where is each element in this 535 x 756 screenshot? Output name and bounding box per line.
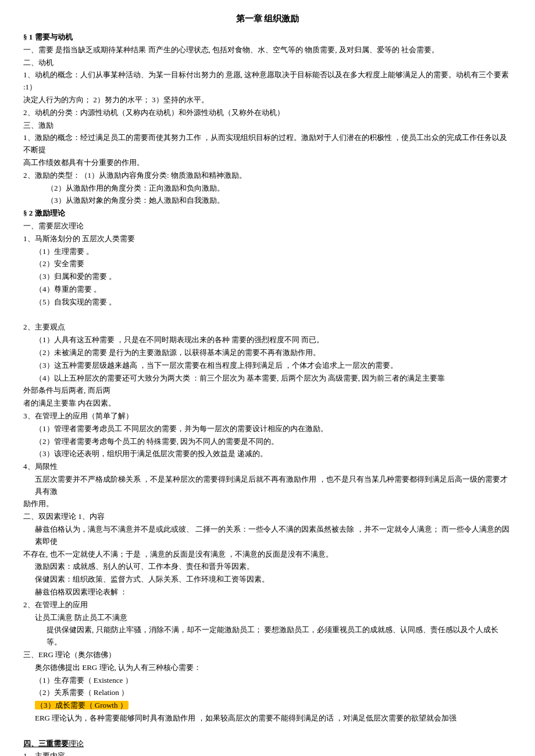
- section-2-header: § 2 激励理论: [23, 207, 512, 220]
- line-shuangyinsu-content: 赫兹伯格认为，满意与不满意并不是或此或彼、 二择一的关系：一些令人不满的因素虽然…: [35, 524, 512, 548]
- line-maslow-1: （1）生理需要 。: [35, 246, 512, 258]
- main-content: § 1 需要与动机 一、需要 是指当缺乏或期待某种结果 而产生的心理状态, 包括…: [23, 31, 512, 756]
- line-guanli-1: （1）管理者需要考虑员工 不同层次的需要，并为每一层次的需要设计相应的内在激励。: [35, 423, 512, 435]
- line-erg-content: 奥尔德佛提出 ERG 理论, 认为人有三种核心需要：: [35, 662, 512, 674]
- line-section4: 四、三重需要理论: [23, 738, 512, 750]
- line-erg-theory-content: ERG 理论认为，各种需要能够同时具有激励作用 ，如果较高层次的需要不能得到满足…: [35, 712, 512, 725]
- line-xianzhi: 4、局限性: [23, 461, 512, 473]
- line-guanli-3: （3）该理论还表明，组织用于满足低层次需要的投入效益是 递减的。: [35, 448, 512, 460]
- line-shuangyinsu: 二、双因素理论 1、内容: [23, 511, 512, 523]
- line-zhuyao-guandian: 2、主要观点: [23, 321, 512, 334]
- line-maslow: 1、马斯洛划分的 五层次人类需要: [23, 233, 512, 245]
- line-dongjia-fenlei: 2、动机的分类：内源性动机（又称内在动机）和外源性动机（又称外在动机）: [23, 107, 512, 119]
- line-guanli-yingyong2-1: 让员工满意 防止员工不满意: [35, 612, 512, 624]
- line-xianzhi-content: 五层次需要并不严格成阶梯关系 ，不是某种层次的需要得到满足后就不再有激励作用 ，…: [35, 474, 512, 498]
- section-2-sub1: 一、需要层次理论: [23, 220, 512, 232]
- line-maslow-2: （2）安全需要: [35, 258, 512, 270]
- line-jili-leixing: 2、激励的类型：（1）从激励内容角度分类: 物质激励和精神激励。: [23, 170, 512, 182]
- line-zhuyao-3: （3）这五种需要层级越来越高 ，当下一层次需要在相当程度上得到满足后 ，个体才会…: [35, 360, 512, 372]
- line-zhuyao-2: （2）未被满足的需要 是行为的主要激励源，以获得基本满足的需要不再有激励作用。: [35, 347, 512, 359]
- line-zhuyao-4: （4）以上五种层次的需要还可大致分为两大类 ：前三个层次为 基本需要, 后两个层…: [35, 372, 512, 385]
- line-baojianyinsu: 保健因素：组织政策、监督方式、人际关系、工作环境和工资等因素。: [35, 574, 512, 586]
- highlight-erg-3: （3）成长需要（ Growth ）: [35, 701, 129, 710]
- line-jili-leixing2: （2）从激励作用的角度分类：正向激励和负向激励。: [47, 182, 512, 195]
- line-guanli-yingyong2: 2、在管理上的应用: [23, 599, 512, 611]
- line-guanli-yingyong2-2: 提供保健因素, 只能防止牢骚，消除不满，却不一定能激励员工； 要想激励员工，必须…: [47, 624, 512, 648]
- line-dongjia: 二、动机: [23, 57, 512, 69]
- line-xianzhi-content2: 励作用。: [23, 498, 512, 510]
- line-zhuyao-4b: 外部条件与后两者, 而后两: [23, 385, 512, 397]
- line-maslow-3: （3）归属和爱的需要 。: [35, 271, 512, 283]
- line-dongjia-gailun: 1、动机的概念：人们从事某种活动、为某一目标付出努力的 意愿, 这种意愿取决于目…: [23, 69, 512, 94]
- line-jili-gailun: 1、激励的概念：经过满足员工的需要而使其努力工作 ，从而实现组织目标的过程。激励…: [23, 132, 512, 156]
- section-1-header: § 1 需要与动机: [23, 31, 512, 44]
- line-hertz-jieti: 赫兹伯格双因素理论表解 ：: [35, 586, 512, 599]
- line-erg-3: （3）成长需要（ Growth ）: [35, 700, 512, 712]
- line-jili: 三、激励: [23, 120, 512, 132]
- line-jili-leixing3: （3）从激励对象的角度分类：她人激励和自我激励。: [47, 195, 512, 207]
- line-erg-theory: 三、ERG 理论（奥尔德佛）: [23, 649, 512, 661]
- line-jili-yinsu: 激励因素：成就感、别人的认可、工作本身、责任和晋升等因素。: [35, 561, 512, 573]
- line-erg-2: （2）关系需要（ Relation ）: [35, 687, 512, 699]
- line-zhuyao-1: （1）人具有这五种需要 ，只是在不同时期表现出来的各种 需要的强烈程度不同 而已…: [35, 334, 512, 346]
- line-jueding: 决定人行为的方向； 2）努力的水平； 3）坚持的水平。: [23, 94, 512, 106]
- page-title: 第一章 组织激励: [23, 12, 512, 26]
- line-erg-1: （1）生存需要（ Existence ）: [35, 675, 512, 687]
- underline-section4: 四、三重需要理论: [23, 739, 84, 748]
- line-maslow-4: （4）尊重的需要 。: [35, 284, 512, 296]
- line-guanli-2: （2）管理者需要考虑每个员工的 特殊需要, 因为不同人的需要是不同的。: [35, 436, 512, 448]
- line-xuyao: 一、需要 是指当缺乏或期待某种结果 而产生的心理状态, 包括对食物、水、空气等的…: [23, 44, 512, 56]
- line-jili-gailun2: 高工作绩效都具有十分重要的作用。: [23, 157, 512, 169]
- line-guanli-yingyong: 3、在管理上的应用（简单了解）: [23, 410, 512, 422]
- line-section4-1: 1、主要内容: [23, 750, 512, 756]
- line-shuangyinsu-content2: 不存在, 也不一定就使人不满；于是 ，满意的反面是没有满意 ，不满意的反面是没有…: [23, 549, 512, 561]
- line-maslow-5: （5）自我实现的需要 。: [35, 296, 512, 309]
- line-zhuyao-4c: 者的满足主要靠 内在因素。: [23, 397, 512, 410]
